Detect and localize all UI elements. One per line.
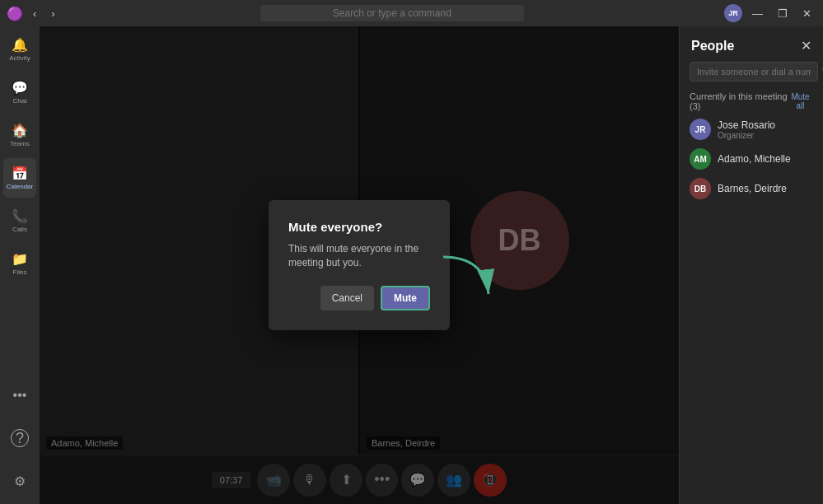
- search-input[interactable]: [260, 5, 524, 21]
- top-bar: 🟣 ‹ › JR — ❐ ✕: [0, 0, 823, 26]
- participant-info-jose: Jose Rosario Organizer: [718, 119, 775, 140]
- modal-overlay: Mute everyone? This will mute everyone i…: [40, 26, 679, 504]
- help-icon: ?: [11, 429, 29, 447]
- left-nav: 🔔 Activity 💬 Chat 🏠 Teams 📅 Calendar 📞 C…: [0, 26, 40, 504]
- sidebar-item-settings[interactable]: ⚙: [3, 461, 36, 501]
- activity-icon: 🔔: [12, 37, 28, 53]
- sidebar-item-calls[interactable]: 📞 Calls: [3, 201, 36, 240]
- window-controls: JR — ❐ ✕: [724, 4, 816, 22]
- user-avatar: JR: [724, 4, 742, 22]
- section-label: Currently in this meeting (3) Mute all: [680, 88, 823, 114]
- dialog-actions: Cancel Mute: [288, 286, 430, 310]
- sidebar-item-label: Files: [13, 268, 27, 276]
- participant-jose: JR Jose Rosario Organizer: [680, 114, 823, 144]
- dialog-description: This will mute everyone in the meeting b…: [288, 242, 430, 270]
- calendar-icon: 📅: [12, 166, 28, 181]
- sidebar-item-help[interactable]: ?: [3, 418, 36, 458]
- participant-name-jose: Jose Rosario: [718, 119, 775, 131]
- settings-icon: ⚙: [14, 474, 26, 489]
- invite-search-row: 📞: [680, 62, 823, 88]
- more-icon: •••: [13, 388, 27, 403]
- avatar-deirdre: DB: [690, 178, 711, 199]
- sidebar-item-label: Activity: [9, 54, 30, 62]
- avatar-jose: JR: [690, 119, 711, 140]
- avatar-michelle: AM: [690, 148, 711, 170]
- mute-all-button[interactable]: Mute all: [788, 92, 813, 110]
- participant-name-deirdre: Barnes, Deirdre: [718, 183, 787, 194]
- chat-icon: 💬: [12, 80, 28, 96]
- forward-button[interactable]: ›: [46, 6, 59, 21]
- sidebar-item-more[interactable]: •••: [3, 376, 36, 415]
- participant-role-jose: Organizer: [718, 131, 775, 140]
- sidebar-item-chat[interactable]: 💬 Chat: [3, 72, 36, 112]
- panel-title: People: [691, 39, 734, 54]
- search-area: [60, 5, 724, 21]
- minimize-button[interactable]: —: [747, 6, 768, 21]
- sidebar-item-label: Calls: [12, 226, 27, 233]
- people-panel: People ✕ 📞 Currently in this meeting (3)…: [679, 26, 823, 504]
- sidebar-item-calendar[interactable]: 📅 Calendar: [3, 158, 36, 198]
- close-button[interactable]: ✕: [797, 6, 816, 21]
- meeting-content: Adamo, Michelle DB Barnes, Deirdre 07:37…: [40, 26, 679, 504]
- files-icon: 📁: [12, 251, 28, 267]
- maximize-button[interactable]: ❐: [773, 6, 793, 21]
- calls-icon: 📞: [12, 208, 28, 224]
- mute-confirm-button[interactable]: Mute: [381, 286, 430, 310]
- teams-logo-icon: 🟣: [7, 6, 23, 21]
- sidebar-item-label: Chat: [13, 97, 27, 105]
- nav-controls: 🟣 ‹ ›: [7, 6, 60, 21]
- participant-michelle: AM Adamo, Michelle: [680, 144, 823, 174]
- mute-everyone-dialog: Mute everyone? This will mute everyone i…: [269, 200, 450, 331]
- section-count-label: Currently in this meeting (3): [690, 91, 788, 111]
- invite-search-input[interactable]: [690, 62, 818, 82]
- teams-icon: 🏠: [12, 123, 28, 138]
- participant-info-michelle: Adamo, Michelle: [718, 153, 791, 165]
- participant-info-deirdre: Barnes, Deirdre: [718, 183, 787, 194]
- cancel-button[interactable]: Cancel: [320, 286, 374, 310]
- dialog-title: Mute everyone?: [288, 220, 430, 234]
- back-button[interactable]: ‹: [28, 6, 41, 21]
- sidebar-item-label: Teams: [10, 140, 30, 147]
- sidebar-item-teams[interactable]: 🏠 Teams: [3, 115, 36, 155]
- main-layout: 🔔 Activity 💬 Chat 🏠 Teams 📅 Calendar 📞 C…: [0, 26, 823, 504]
- sidebar-item-files[interactable]: 📁 Files: [3, 244, 36, 283]
- sidebar-item-activity[interactable]: 🔔 Activity: [3, 30, 36, 69]
- panel-header: People ✕: [680, 26, 823, 62]
- participant-name-michelle: Adamo, Michelle: [718, 153, 791, 165]
- participant-deirdre: DB Barnes, Deirdre: [680, 174, 823, 203]
- panel-close-button[interactable]: ✕: [799, 36, 813, 55]
- sidebar-item-label: Calendar: [7, 183, 33, 190]
